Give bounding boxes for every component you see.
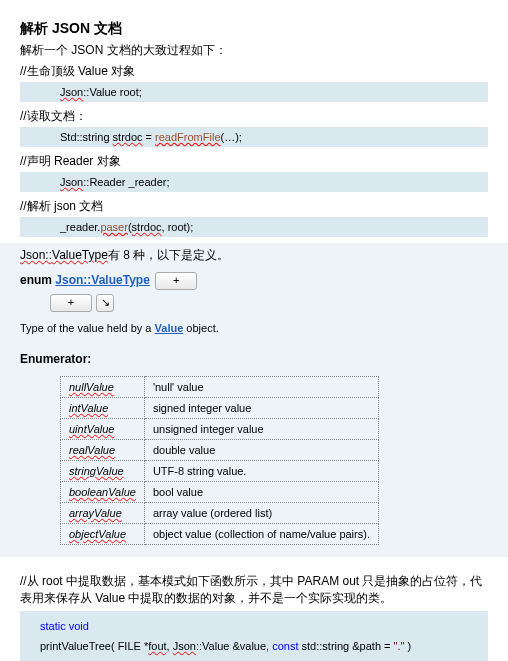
table-row: nullValue'null' value — [61, 377, 379, 398]
btn-plus-1[interactable]: + — [155, 272, 197, 290]
comment-3: //声明 Reader 对象 — [20, 153, 488, 170]
table-row: uintValueunsigned integer value — [61, 419, 379, 440]
comment-2: //读取文档： — [20, 108, 488, 125]
code-4: _reader.paser(strdoc, root); — [20, 217, 488, 237]
value-link[interactable]: Value — [155, 322, 184, 334]
code-2: Std::string strdoc = readFromFile(…); — [20, 127, 488, 147]
table-row: realValuedouble value — [61, 440, 379, 461]
enum-table: nullValue'null' value intValuesigned int… — [60, 376, 379, 545]
code-3: Json::Reader _reader; — [20, 172, 488, 192]
code-function: static void printValueTree( FILE *fout, … — [20, 611, 488, 661]
table-row: objectValueobject value (collection of n… — [61, 524, 379, 545]
table-row: booleanValuebool value — [61, 482, 379, 503]
table-row: arrayValuearray value (ordered list) — [61, 503, 379, 524]
enumerator-header: Enumerator: — [20, 346, 488, 372]
table-row: stringValueUTF-8 string value. — [61, 461, 379, 482]
table-row: intValuesigned integer value — [61, 398, 379, 419]
comment-1: //生命顶级 Value 对象 — [20, 63, 488, 80]
btn-arrow[interactable]: ↘ — [96, 294, 114, 312]
page-title: 解析 JSON 文档 — [20, 20, 488, 38]
btn-plus-2[interactable]: + — [50, 294, 92, 312]
valuetype-section: Json::ValueType有 8 种，以下是定义。 enum Json::V… — [0, 243, 508, 557]
enum-link[interactable]: Json::ValueType — [55, 273, 149, 287]
extract-note: //从 root 中提取数据，基本模式如下函数所示，其中 PARAM out 只… — [20, 573, 488, 607]
intro-text: 解析一个 JSON 文档的大致过程如下： — [20, 42, 488, 59]
code-1: Json::Value root; — [20, 82, 488, 102]
comment-4: //解析 json 文档 — [20, 198, 488, 215]
